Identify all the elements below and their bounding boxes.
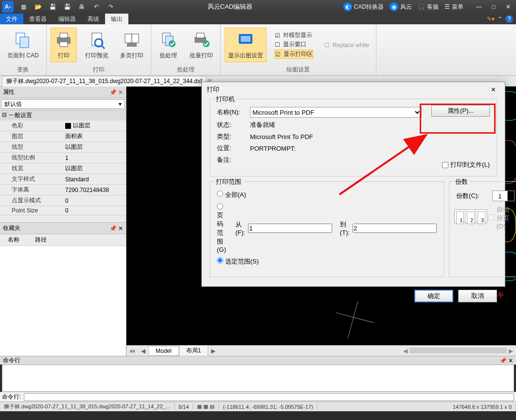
pin-icon[interactable]: 📌 ✕ <box>109 89 123 96</box>
chk-print-to-file[interactable]: 打印到文件(L) <box>442 160 490 169</box>
title-bar: A+ ▦ 📂 💾 💾 🖶 ↶ ↷ 风云CAD编辑器 ◐CAD转换器 ◉风云 🎧客… <box>0 0 516 14</box>
tab-layout1[interactable]: 布局1 <box>179 345 209 356</box>
plot-settings-icon <box>236 30 255 50</box>
layout-nav-prev[interactable]: ◀ <box>138 348 148 354</box>
cancel-button[interactable]: 取消 <box>458 290 497 302</box>
collate-icon: 3 <box>478 211 485 224</box>
batch-print-icon <box>192 30 211 50</box>
input-page-to[interactable] <box>353 224 437 233</box>
svg-rect-4 <box>60 42 68 47</box>
page-to-cad-icon <box>13 30 33 50</box>
scroll-right-icon[interactable]: ▶ <box>509 348 513 354</box>
status-file: 狮子林.dwg2020-07-27_11_11_38_015.dwg2020-0… <box>0 403 175 410</box>
minimize-button[interactable]: — <box>473 3 485 10</box>
app-title: 风云CAD编辑器 <box>117 2 343 11</box>
close-button[interactable]: ✕ <box>502 3 514 10</box>
prop-row[interactable]: 点显示模式0 <box>0 195 126 206</box>
menu-tabs: 文件 查看器 编辑器 高级 输出 ✎▾ ⌃ ? <box>0 14 516 24</box>
prop-row[interactable]: 线型以图层 <box>0 142 126 153</box>
svg-point-13 <box>169 40 176 47</box>
chk-show-print-area[interactable]: ☑显示打印区 <box>274 50 313 59</box>
dialog-close-button[interactable]: ✕ <box>486 84 500 95</box>
status-page: 8/14 <box>175 404 193 410</box>
tab-file[interactable]: 文件 <box>0 14 23 24</box>
help-icon[interactable]: ? <box>505 15 513 23</box>
pin-icon[interactable]: 📌 ✕ <box>109 225 123 232</box>
status-toggle[interactable]: ▦ ▦ ▤ <box>193 403 219 410</box>
collapse-ribbon-icon[interactable]: ⌃ <box>498 16 502 22</box>
input-page-from[interactable] <box>248 224 332 233</box>
copies-spinner[interactable]: ▲▼ <box>492 191 515 201</box>
group-copies: 份数 份数(C): ▲▼ 1 2 3 自动分页(O) <box>449 181 516 277</box>
prop-row[interactable]: 线型比例1 <box>0 153 126 163</box>
chk-show-window[interactable]: ☐显示窗口 <box>274 40 313 49</box>
svg-rect-15 <box>196 33 204 38</box>
tab-model[interactable]: Model <box>148 346 179 356</box>
multipage-icon <box>122 30 142 50</box>
radio-selection[interactable]: 选定范围(S) <box>217 257 259 266</box>
svg-rect-8 <box>125 34 132 43</box>
prop-category[interactable]: ⊟一般设置 <box>0 110 126 121</box>
redo-icon[interactable]: ↷ <box>105 1 117 12</box>
link-support[interactable]: 🎧客服 <box>418 3 439 11</box>
chk-replace-white: ☐Replace white <box>324 42 369 49</box>
save-icon[interactable]: 💾 <box>47 1 58 12</box>
pin-icon[interactable]: 📌 ✕ <box>499 357 513 364</box>
radio-pages[interactable]: 页码范围(G) <box>217 203 226 253</box>
ribbon: 页面到 CAD 变换 打印 打印预览 多页打印 打印 批处理 <box>0 24 516 76</box>
maximize-button[interactable]: □ <box>488 3 499 10</box>
ok-button[interactable]: 确定 <box>414 290 453 302</box>
commandline-input[interactable] <box>24 393 514 401</box>
tab-output[interactable]: 输出 <box>105 14 128 24</box>
print-dialog: 打印 ✕ 打印机 名称(N): Microsoft Print to PDF 状… <box>201 82 505 287</box>
prop-row[interactable]: 图层面积表 <box>0 131 126 142</box>
tab-editor[interactable]: 编辑器 <box>53 14 82 24</box>
btn-batch-print[interactable]: 批量打印 <box>186 28 216 62</box>
undo-icon[interactable]: ↶ <box>90 1 102 12</box>
svg-rect-9 <box>132 34 139 43</box>
favorites-list[interactable] <box>0 246 126 356</box>
tab-viewer[interactable]: 查看器 <box>23 14 53 24</box>
preview-icon <box>87 30 107 50</box>
commandline-history[interactable] <box>2 365 514 392</box>
link-fengyun[interactable]: ◉风云 <box>390 2 412 11</box>
favorites-columns: 名称 路径 <box>0 234 126 246</box>
printer-select[interactable]: Microsoft Print to PDF <box>250 107 422 118</box>
svg-rect-10 <box>127 43 137 47</box>
open-icon[interactable]: 📂 <box>32 1 44 12</box>
layout-nav-next[interactable]: ▶ <box>208 348 218 354</box>
chk-model-display[interactable]: ☑对模型显示 <box>274 31 313 39</box>
pencil-icon[interactable]: ✎▾ <box>487 16 495 22</box>
quick-access-toolbar: ▦ 📂 💾 💾 🖶 ↶ ↷ <box>18 1 117 12</box>
prop-row[interactable]: 线宽以图层 <box>0 163 126 174</box>
btn-print-preview[interactable]: 打印预览 <box>82 28 112 62</box>
btn-show-plot-settings[interactable]: 显示出图设置 <box>225 28 267 62</box>
link-converter[interactable]: ◐CAD转换器 <box>343 2 384 11</box>
btn-batch[interactable]: 批处理 <box>155 28 181 62</box>
status-coords: (-118611.4; -69981.31; -5.09575E-17) <box>219 404 317 410</box>
scroll-left-icon[interactable]: ◀ <box>403 348 408 354</box>
radio-all[interactable]: 全部(A) <box>217 191 246 199</box>
printer-properties-button[interactable]: 属性(P)... <box>431 105 490 117</box>
left-panel: 属性 📌 ✕ 默认值▾ ⊟一般设置 色彩以图层图层面积表线型以图层线型比例1线宽… <box>0 87 126 356</box>
properties-combo[interactable]: 默认值▾ <box>1 99 125 109</box>
prop-row[interactable]: 字体高7290.702148438 <box>0 185 126 195</box>
commandline-input-row: 命令行: <box>0 392 516 402</box>
printer-icon <box>54 30 73 50</box>
prop-row[interactable]: 文字样式Standard <box>0 174 126 185</box>
btn-multi-print[interactable]: 多页打印 <box>117 28 147 62</box>
document-tab[interactable]: 狮子林.dwg2020-07-27_11_11_38_015.dwg2020-0… <box>2 76 206 87</box>
chevron-down-icon: ▾ <box>119 101 122 107</box>
saveas-icon[interactable]: 💾 <box>61 1 73 12</box>
print-icon[interactable]: 🖶 <box>76 1 88 12</box>
prop-row[interactable]: 色彩以图层 <box>0 121 126 131</box>
commandline-header: 命令行📌 ✕ <box>0 356 516 365</box>
layout-nav-first[interactable]: ⏮ <box>126 348 138 354</box>
prop-row[interactable]: Point Size0 <box>0 206 126 215</box>
btn-page-to-cad[interactable]: 页面到 CAD <box>4 28 42 62</box>
properties-grid: ⊟一般设置 色彩以图层图层面积表线型以图层线型比例1线宽以图层文字样式Stand… <box>0 110 126 215</box>
tab-advanced[interactable]: 高级 <box>82 14 105 24</box>
link-menu[interactable]: ☰菜单 <box>445 3 463 11</box>
btn-print[interactable]: 打印 <box>51 28 77 62</box>
new-icon[interactable]: ▦ <box>18 1 29 12</box>
